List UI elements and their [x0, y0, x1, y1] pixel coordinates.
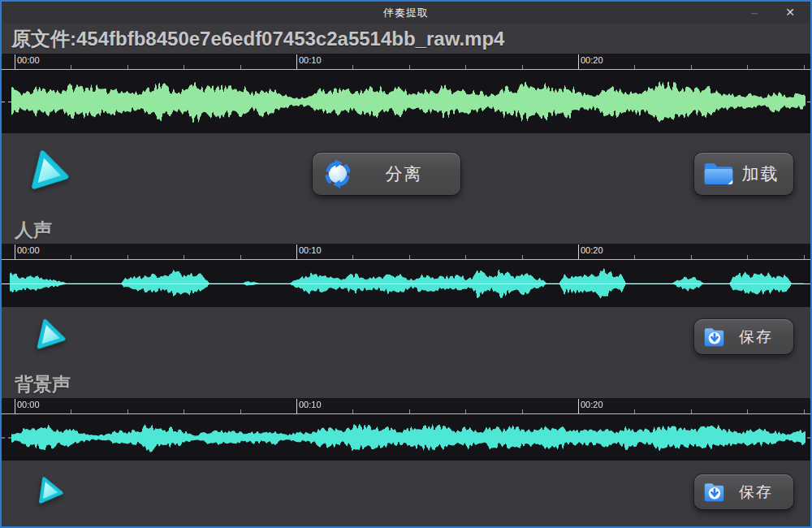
timeline-minor-tick — [804, 409, 805, 413]
timeline-tick-label: 00:10 — [299, 55, 322, 65]
timeline-major-tick — [296, 54, 297, 69]
timeline-minor-tick — [184, 65, 184, 69]
timeline-minor-tick — [465, 65, 466, 69]
timeline-minor-tick — [465, 255, 466, 259]
save-download-icon — [703, 481, 725, 503]
load-button[interactable]: 加载 — [694, 153, 793, 195]
timeline-original: 00:0000:1000:20 — [2, 54, 810, 70]
timeline-minor-tick — [804, 255, 805, 259]
folder-open-icon — [703, 162, 734, 186]
timeline-tick-label: 00:10 — [299, 400, 322, 409]
timeline-major-tick — [296, 399, 297, 413]
timeline-minor-tick — [352, 255, 353, 259]
source-file-label: 原文件:454fbfb8450e7e6edf07453c2a5514bb_raw… — [11, 26, 504, 52]
load-button-label: 加载 — [734, 162, 793, 185]
waveform-original — [2, 70, 810, 133]
sync-icon — [322, 158, 354, 190]
save-download-icon — [703, 326, 725, 348]
timeline-minor-tick — [127, 409, 128, 413]
timeline-minor-tick — [747, 65, 748, 69]
timeline-background: 00:0000:1000:20 — [2, 398, 810, 414]
waveform-original-panel — [2, 70, 810, 133]
timeline-minor-tick — [691, 409, 692, 413]
timeline-minor-tick — [634, 409, 635, 413]
play-original-button[interactable] — [20, 142, 81, 203]
close-icon[interactable]: ✕ — [776, 2, 804, 23]
timeline-minor-tick — [747, 409, 748, 413]
separate-button[interactable]: 分离 — [313, 153, 460, 195]
timeline-tick-label: 00:00 — [17, 245, 40, 255]
timeline-minor-tick — [240, 409, 241, 413]
timeline-vocal: 00:0000:1000:20 — [2, 244, 810, 260]
save-background-button[interactable]: 保存 — [694, 474, 793, 509]
timeline-minor-tick — [634, 255, 635, 259]
save-background-button-label: 保存 — [725, 482, 793, 503]
waveform-background — [2, 414, 810, 461]
timeline-major-tick — [296, 245, 297, 259]
window-title: 伴奏提取 — [383, 6, 429, 20]
timeline-tick-label: 00:20 — [581, 245, 603, 255]
separate-button-label: 分离 — [354, 162, 460, 185]
timeline-minor-tick — [352, 65, 353, 69]
timeline-major-tick — [578, 399, 579, 413]
save-vocal-button[interactable]: 保存 — [694, 319, 793, 354]
vocal-section-label: 人声 — [15, 218, 52, 243]
play-vocal-button[interactable] — [28, 313, 76, 360]
timeline-minor-tick — [409, 65, 410, 69]
timeline-major-tick — [15, 54, 15, 69]
timeline-minor-tick — [691, 255, 692, 259]
timeline-minor-tick — [409, 409, 410, 413]
timeline-minor-tick — [240, 65, 241, 69]
timeline-minor-tick — [127, 65, 128, 69]
timeline-tick-label: 00:20 — [581, 55, 603, 65]
timeline-minor-tick — [522, 255, 523, 259]
play-icon — [32, 472, 70, 510]
timeline-minor-tick — [71, 409, 71, 413]
titlebar: 伴奏提取 — [2, 2, 810, 24]
waveform-vocal — [2, 260, 810, 307]
timeline-minor-tick — [127, 255, 128, 259]
save-vocal-button-label: 保存 — [725, 327, 793, 348]
timeline-tick-label: 00:00 — [17, 55, 40, 65]
timeline-minor-tick — [634, 65, 635, 69]
timeline-minor-tick — [352, 409, 353, 413]
waveform-vocal-panel — [2, 260, 810, 307]
timeline-minor-tick — [747, 255, 748, 259]
play-icon — [28, 313, 76, 360]
play-icon — [20, 142, 81, 203]
timeline-tick-label: 00:00 — [17, 400, 40, 409]
timeline-tick-label: 00:10 — [299, 245, 322, 255]
timeline-major-tick — [15, 245, 15, 259]
timeline-minor-tick — [184, 255, 184, 259]
timeline-minor-tick — [691, 65, 692, 69]
timeline-minor-tick — [522, 65, 523, 69]
timeline-minor-tick — [71, 255, 71, 259]
timeline-minor-tick — [409, 255, 410, 259]
timeline-tick-label: 00:20 — [581, 400, 603, 409]
waveform-background-panel — [2, 414, 810, 461]
timeline-minor-tick — [240, 255, 241, 259]
timeline-minor-tick — [804, 65, 805, 69]
timeline-major-tick — [578, 54, 579, 69]
background-section-label: 背景声 — [15, 372, 71, 397]
timeline-major-tick — [578, 245, 579, 259]
minimize-icon[interactable]: – — [741, 2, 768, 23]
app-window: 伴奏提取 – ✕ 原文件:454fbfb8450e7e6edf07453c2a5… — [0, 0, 812, 528]
timeline-minor-tick — [522, 409, 523, 413]
timeline-minor-tick — [465, 409, 466, 413]
timeline-major-tick — [15, 399, 15, 413]
timeline-minor-tick — [71, 65, 71, 69]
timeline-minor-tick — [184, 409, 184, 413]
play-background-button[interactable] — [32, 472, 70, 510]
